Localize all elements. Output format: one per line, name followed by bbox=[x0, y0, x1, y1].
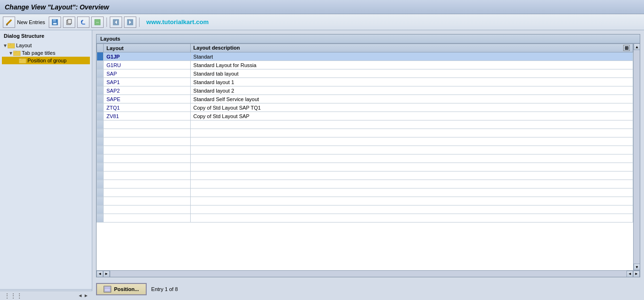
scroll-up-button[interactable]: ▲ bbox=[634, 43, 640, 50]
table-row[interactable]: G1RUStandard Layout for Russia bbox=[97, 61, 633, 69]
cell-description: Standard Layout for Russia bbox=[190, 61, 633, 69]
table-row[interactable] bbox=[97, 206, 633, 214]
cell-layout bbox=[104, 180, 191, 189]
svg-rect-14 bbox=[8, 43, 10, 45]
cell-layout bbox=[104, 154, 191, 163]
prev-button[interactable] bbox=[110, 17, 122, 28]
position-btn-icon bbox=[104, 286, 111, 292]
scroll-left2-button[interactable]: ◄ bbox=[626, 271, 633, 277]
row-selector-cell bbox=[97, 180, 104, 189]
row-selector-cell bbox=[97, 103, 104, 112]
table-row[interactable]: SAP2Standard layout 2 bbox=[97, 86, 633, 95]
table-row[interactable] bbox=[97, 146, 633, 154]
sidebar-item-position-of-group[interactable]: Position of group bbox=[2, 57, 90, 64]
row-selector-cell bbox=[97, 197, 104, 206]
layouts-header: Layouts bbox=[97, 34, 640, 43]
table-wrapper[interactable]: Layout Layout description ⊞ G1JPStandart… bbox=[97, 43, 633, 270]
next-button[interactable] bbox=[124, 17, 136, 28]
cell-description: Standard Self Service layout bbox=[190, 95, 633, 103]
cell-layout bbox=[104, 120, 191, 129]
cell-layout: ZV81 bbox=[104, 112, 191, 120]
layouts-container: Layouts Layout Layout description bbox=[96, 34, 640, 277]
table-row[interactable] bbox=[97, 189, 633, 197]
table-row[interactable] bbox=[97, 120, 633, 129]
scroll-down-button[interactable]: ▼ bbox=[634, 264, 640, 270]
svg-rect-19 bbox=[105, 287, 110, 291]
toolbar: New Entries ↔ bbox=[0, 14, 644, 30]
arrow-layout: ▼ bbox=[3, 43, 8, 48]
cell-layout: SAP bbox=[104, 69, 191, 78]
table-row[interactable] bbox=[97, 163, 633, 171]
row-selector-cell bbox=[97, 86, 104, 95]
new-entries-label: New Entries bbox=[17, 19, 45, 25]
right-panel: Layouts Layout Layout description bbox=[92, 30, 644, 300]
save-button[interactable] bbox=[49, 17, 61, 28]
edit-icon bbox=[5, 18, 13, 26]
horizontal-scrollbar: ◄ ► ◄ ► bbox=[97, 270, 640, 277]
table-row[interactable] bbox=[97, 197, 633, 206]
cell-layout: G1RU bbox=[104, 61, 191, 69]
table-row[interactable] bbox=[97, 137, 633, 146]
table-row[interactable] bbox=[97, 214, 633, 223]
row-selector-cell bbox=[97, 206, 104, 214]
cell-layout bbox=[104, 163, 191, 171]
table-row[interactable] bbox=[97, 129, 633, 137]
scroll-right2-button[interactable]: ► bbox=[633, 271, 640, 277]
row-selector-cell bbox=[97, 52, 104, 61]
table-row[interactable]: SAPEStandard Self Service layout bbox=[97, 95, 633, 103]
position-of-group-label: Position of group bbox=[27, 58, 67, 63]
sidebar-item-layout[interactable]: ▼ Layout bbox=[2, 42, 90, 49]
cell-description: Standard tab layout bbox=[190, 69, 633, 78]
table-row[interactable]: SAPStandard tab layout bbox=[97, 69, 633, 78]
cell-layout bbox=[104, 206, 191, 214]
watermark-text: www.tutorialkart.com bbox=[146, 18, 209, 26]
svg-rect-2 bbox=[53, 19, 56, 22]
scroll-track[interactable] bbox=[634, 50, 640, 264]
row-selector-cell bbox=[97, 129, 104, 137]
svg-rect-16 bbox=[13, 51, 16, 52]
col-resize-icon[interactable]: ⊞ bbox=[623, 45, 630, 51]
cell-description: Standard layout 2 bbox=[190, 86, 633, 95]
scroll-left-button[interactable]: ◄ bbox=[97, 271, 103, 277]
svg-rect-3 bbox=[53, 23, 57, 25]
row-selector-cell bbox=[97, 137, 104, 146]
cell-layout: G1JP bbox=[104, 52, 191, 61]
table-row[interactable]: SAP1Standard layout 1 bbox=[97, 78, 633, 86]
row-selector-cell bbox=[97, 78, 104, 86]
row-selector-cell bbox=[97, 69, 104, 78]
table-row[interactable] bbox=[97, 171, 633, 180]
save-icon bbox=[51, 18, 59, 26]
cell-layout bbox=[104, 214, 191, 223]
folder-tab-titles-icon bbox=[13, 50, 21, 56]
table-row[interactable]: ZTQ1Copy of Std Layout SAP TQ1 bbox=[97, 103, 633, 112]
main-content: Dialog Structure ▼ Layout ▼ Tab page tit… bbox=[0, 30, 644, 300]
cell-description bbox=[190, 129, 633, 137]
sidebar-bottom-resize[interactable]: ⋮⋮⋮ ◄ ► bbox=[0, 291, 92, 300]
title-bar: Change View "Layout": Overview bbox=[0, 0, 644, 14]
sidebar: Dialog Structure ▼ Layout ▼ Tab page tit… bbox=[0, 30, 92, 300]
folder-layout-icon bbox=[8, 42, 15, 49]
table-row[interactable]: ZV81Copy of Std Layout SAP bbox=[97, 112, 633, 120]
move-button[interactable]: ↔ bbox=[91, 17, 104, 28]
table-row[interactable] bbox=[97, 154, 633, 163]
sidebar-title: Dialog Structure bbox=[2, 32, 90, 40]
scroll-right-button[interactable]: ► bbox=[103, 271, 110, 277]
sidebar-resize-line bbox=[0, 289, 92, 290]
resize-arrows[interactable]: ◄ ► bbox=[78, 293, 88, 298]
folder-position-icon bbox=[19, 57, 26, 64]
table-row[interactable] bbox=[97, 180, 633, 189]
cell-description bbox=[190, 171, 633, 180]
next-icon bbox=[126, 18, 134, 26]
edit-button[interactable] bbox=[3, 17, 15, 28]
copy-icon bbox=[65, 18, 73, 26]
undo-button[interactable] bbox=[77, 17, 89, 28]
cell-layout: SAPE bbox=[104, 95, 191, 103]
move-icon: ↔ bbox=[94, 18, 101, 26]
cell-layout bbox=[104, 146, 191, 154]
sidebar-item-tab-page-titles[interactable]: ▼ Tab page titles bbox=[2, 49, 90, 57]
copy-button[interactable] bbox=[63, 17, 75, 28]
cell-description bbox=[190, 120, 633, 129]
table-row[interactable]: G1JPStandart bbox=[97, 52, 633, 61]
h-scroll-track[interactable] bbox=[110, 271, 626, 277]
position-button[interactable]: Position... bbox=[96, 283, 147, 295]
